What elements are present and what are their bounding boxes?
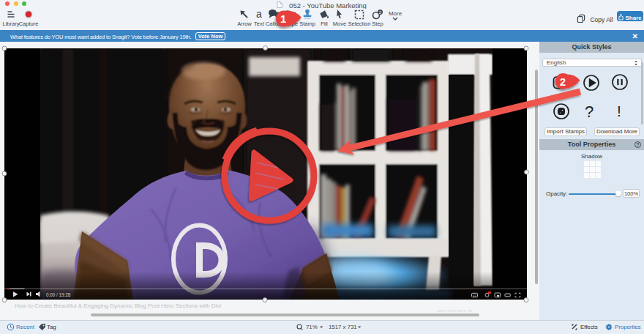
svg-text:?: ?	[585, 103, 594, 121]
svg-text:?: ?	[637, 142, 640, 147]
svg-text:!: !	[617, 103, 621, 119]
svg-text:CC: CC	[473, 294, 477, 297]
svg-text:0:00 / 19:28: 0:00 / 19:28	[46, 292, 71, 297]
